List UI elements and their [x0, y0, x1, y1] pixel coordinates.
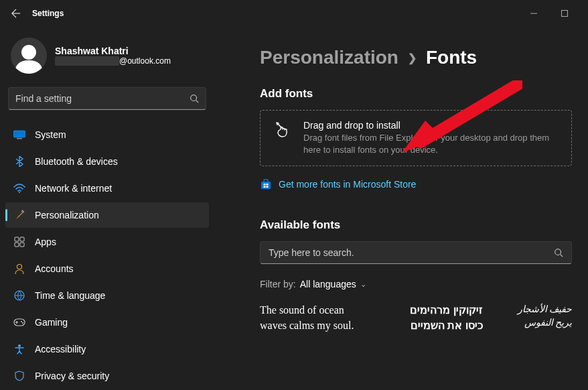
search-icon: [554, 248, 563, 257]
svg-rect-11: [15, 243, 19, 247]
svg-rect-9: [15, 237, 19, 241]
store-icon: [260, 178, 272, 190]
avatar-icon: [11, 42, 47, 74]
sidebar-item-gaming[interactable]: Gaming: [5, 310, 209, 335]
svg-rect-6: [17, 138, 22, 139]
minimize-button[interactable]: [518, 3, 549, 24]
accessibility-icon: [13, 343, 25, 355]
sidebar-item-system[interactable]: System: [5, 122, 209, 147]
svg-line-26: [561, 255, 563, 257]
page-title: Fonts: [426, 47, 477, 68]
wifi-icon: [13, 182, 25, 194]
sidebar-item-label: System: [35, 129, 66, 140]
svg-rect-23: [264, 186, 266, 188]
font-preview-card[interactable]: حفيف الأشجار يريح النفوس: [510, 303, 572, 329]
maximize-button[interactable]: [549, 3, 580, 24]
store-link-text: Get more fonts in Microsoft Store: [279, 179, 416, 190]
drag-hand-icon: [274, 121, 291, 156]
title-bar: Settings: [0, 0, 588, 27]
search-icon: [190, 94, 199, 103]
svg-rect-24: [267, 186, 269, 188]
settings-search[interactable]: Find a setting: [8, 87, 206, 110]
maximize-icon: [561, 10, 568, 17]
nav-list: System Bluetooth & devices Network & int…: [3, 122, 212, 389]
font-preview-card[interactable]: The sound of ocean waves calms my soul.: [260, 303, 368, 333]
system-icon: [13, 129, 25, 141]
font-search-placeholder: Type here to search.: [269, 247, 554, 258]
apps-icon: [13, 236, 25, 248]
sidebar-item-label: Network & internet: [35, 183, 112, 194]
game-icon: [13, 316, 25, 328]
dropzone-subtitle: Drag font files from File Explorer or yo…: [303, 132, 558, 156]
sidebar-item-label: Accessibility: [35, 344, 86, 354]
profile-block[interactable]: Shashwat Khatri xxxxxxxxxxxxxxxx@outlook…: [3, 34, 212, 84]
brush-icon: [13, 209, 25, 221]
back-arrow-icon: [11, 9, 21, 18]
sidebar-item-label: Personalization: [35, 210, 99, 220]
minimize-icon: [530, 10, 537, 17]
sidebar-item-personalization[interactable]: Personalization: [5, 202, 209, 228]
profile-email: xxxxxxxxxxxxxxxx@outlook.com: [55, 56, 171, 66]
search-placeholder: Find a setting: [15, 93, 190, 104]
profile-name: Shashwat Khatri: [55, 46, 171, 56]
sidebar-item-label: Apps: [35, 237, 56, 247]
svg-rect-8: [21, 210, 25, 213]
chevron-right-icon: ❯: [408, 52, 417, 64]
add-fonts-heading: Add fonts: [260, 87, 572, 101]
svg-rect-12: [20, 243, 24, 247]
svg-rect-20: [264, 180, 268, 182]
svg-point-13: [17, 265, 22, 269]
window-title: Settings: [32, 9, 64, 18]
shield-icon: [13, 370, 25, 382]
svg-point-16: [21, 321, 22, 322]
sidebar-item-apps[interactable]: Apps: [5, 229, 209, 255]
font-preview-card[interactable]: זיקוקין מרהימים כיסו את השמיים: [394, 303, 483, 333]
chevron-down-icon: ⌄: [360, 280, 366, 289]
font-preview-row: The sound of ocean waves calms my soul. …: [260, 303, 572, 333]
profile-text: Shashwat Khatri xxxxxxxxxxxxxxxx@outlook…: [55, 46, 171, 66]
dropzone-title: Drag and drop to install: [303, 120, 558, 131]
svg-rect-1: [562, 11, 568, 17]
sidebar-item-privacy[interactable]: Privacy & security: [5, 363, 209, 389]
filter-row[interactable]: Filter by: All languages ⌄: [260, 279, 572, 289]
svg-rect-22: [267, 184, 269, 186]
svg-point-2: [21, 45, 36, 60]
svg-point-17: [22, 322, 23, 324]
svg-rect-5: [14, 131, 25, 137]
sidebar-item-accessibility[interactable]: Accessibility: [5, 336, 209, 362]
sidebar-item-network[interactable]: Network & internet: [5, 176, 209, 201]
sidebar-item-label: Privacy & security: [35, 371, 109, 381]
filter-value: All languages: [300, 279, 356, 289]
svg-rect-21: [264, 184, 266, 186]
filter-label: Filter by:: [260, 279, 296, 289]
avatar: [11, 38, 47, 74]
store-link[interactable]: Get more fonts in Microsoft Store: [260, 178, 572, 190]
svg-point-25: [555, 249, 561, 255]
svg-rect-10: [20, 237, 24, 241]
globe-time-icon: [13, 289, 25, 302]
person-icon: [13, 263, 25, 275]
breadcrumb-parent[interactable]: Personalization: [260, 47, 398, 68]
svg-point-7: [19, 192, 20, 193]
svg-point-18: [18, 344, 21, 347]
bluetooth-icon: [13, 155, 25, 168]
sidebar-item-label: Time & language: [35, 290, 105, 301]
sidebar-item-label: Gaming: [35, 317, 68, 328]
font-dropzone[interactable]: Drag and drop to install Drag font files…: [260, 110, 572, 166]
available-fonts-heading: Available fonts: [260, 218, 572, 232]
main-content: Personalization ❯ Fonts Add fonts Drag a…: [214, 27, 588, 390]
font-search-input[interactable]: Type here to search.: [260, 241, 572, 264]
back-button[interactable]: [8, 5, 24, 21]
sidebar-item-bluetooth[interactable]: Bluetooth & devices: [5, 149, 209, 174]
breadcrumb: Personalization ❯ Fonts: [260, 47, 572, 68]
sidebar: Shashwat Khatri xxxxxxxxxxxxxxxx@outlook…: [0, 27, 214, 390]
sidebar-item-accounts[interactable]: Accounts: [5, 256, 209, 281]
svg-point-3: [191, 95, 197, 101]
sidebar-item-label: Bluetooth & devices: [35, 156, 118, 167]
sidebar-item-time-language[interactable]: Time & language: [5, 283, 209, 308]
svg-line-4: [196, 101, 199, 103]
sidebar-item-label: Accounts: [35, 263, 74, 274]
